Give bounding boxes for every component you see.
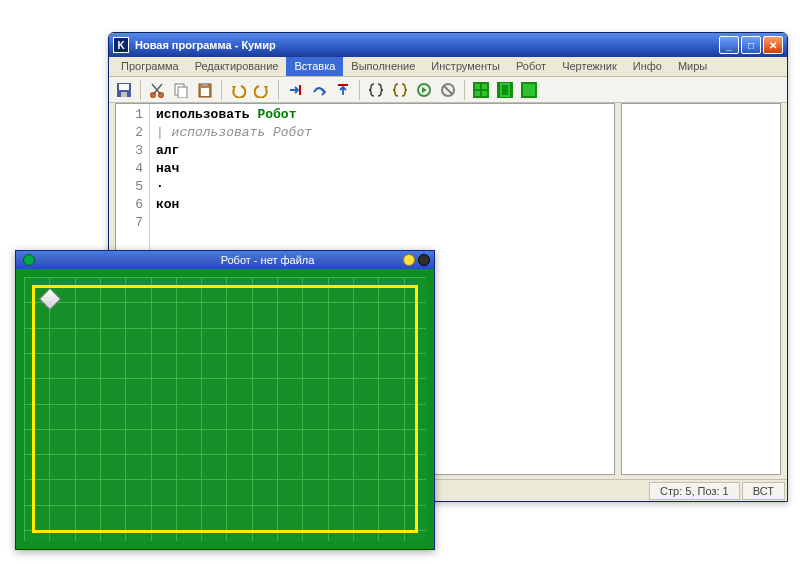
save-icon[interactable] <box>113 79 135 101</box>
titlebar[interactable]: K Новая программа - Кумир _ □ ✕ <box>109 33 787 57</box>
copy-icon[interactable] <box>170 79 192 101</box>
cursor-position: Стр: 5, Поз: 1 <box>649 482 740 500</box>
code-line[interactable]: алг <box>156 142 614 160</box>
edit-mode: ВСТ <box>742 482 785 500</box>
run-icon[interactable] <box>413 79 435 101</box>
cut-icon[interactable] <box>146 79 168 101</box>
robot-wall <box>32 285 418 533</box>
svg-rect-10 <box>299 85 301 95</box>
braces-icon[interactable] <box>365 79 387 101</box>
menu-робот[interactable]: Робот <box>508 57 554 76</box>
robot-titlebar[interactable]: Робот - нет файла <box>16 251 434 269</box>
code-line[interactable]: · <box>156 178 614 196</box>
robot-field[interactable] <box>16 269 434 549</box>
code-line[interactable]: использовать Робот <box>156 106 614 124</box>
minimize-button[interactable]: _ <box>719 36 739 54</box>
svg-rect-18 <box>482 91 487 96</box>
maximize-button[interactable]: □ <box>741 36 761 54</box>
app-icon: K <box>113 37 129 53</box>
menubar: ПрограммаРедактированиеВставкаВыполнение… <box>109 57 787 77</box>
svg-rect-6 <box>178 87 187 98</box>
svg-rect-22 <box>523 84 535 96</box>
toolbar <box>109 77 787 103</box>
svg-rect-1 <box>119 84 129 90</box>
grid3-icon[interactable] <box>518 79 540 101</box>
close-button[interactable]: ✕ <box>763 36 783 54</box>
svg-rect-11 <box>338 84 348 86</box>
code-line[interactable]: нач <box>156 160 614 178</box>
step-out-icon[interactable] <box>332 79 354 101</box>
menu-вставка[interactable]: Вставка <box>286 57 343 76</box>
svg-rect-2 <box>121 92 127 97</box>
grid2-icon[interactable] <box>494 79 516 101</box>
robot-close-icon[interactable] <box>418 254 430 266</box>
code-line[interactable]: | использовать Робот <box>156 124 614 142</box>
paste-icon[interactable] <box>194 79 216 101</box>
robot-field-window[interactable]: Робот - нет файла <box>15 250 435 550</box>
step-over-icon[interactable] <box>308 79 330 101</box>
svg-rect-16 <box>482 84 487 89</box>
redo-icon[interactable] <box>251 79 273 101</box>
svg-rect-17 <box>475 91 480 96</box>
stop-icon[interactable] <box>437 79 459 101</box>
menu-выполнение[interactable]: Выполнение <box>343 57 423 76</box>
menu-редактирование[interactable]: Редактирование <box>187 57 287 76</box>
menu-инструменты[interactable]: Инструменты <box>423 57 508 76</box>
robot-minimize-icon[interactable] <box>403 254 415 266</box>
grid1-icon[interactable] <box>470 79 492 101</box>
robot-window-title: Робот - нет файла <box>135 254 400 266</box>
step-into-icon[interactable] <box>284 79 306 101</box>
code-line[interactable]: кон <box>156 196 614 214</box>
braces2-icon[interactable] <box>389 79 411 101</box>
robot-dot-icon <box>23 254 35 266</box>
menu-чертежник[interactable]: Чертежник <box>554 57 625 76</box>
undo-icon[interactable] <box>227 79 249 101</box>
menu-миры[interactable]: Миры <box>670 57 715 76</box>
svg-rect-15 <box>475 84 480 89</box>
side-panel <box>621 103 781 475</box>
svg-rect-9 <box>201 88 209 96</box>
menu-программа[interactable]: Программа <box>113 57 187 76</box>
window-title: Новая программа - Кумир <box>135 39 719 51</box>
menu-инфо[interactable]: Инфо <box>625 57 670 76</box>
svg-rect-8 <box>202 83 208 86</box>
